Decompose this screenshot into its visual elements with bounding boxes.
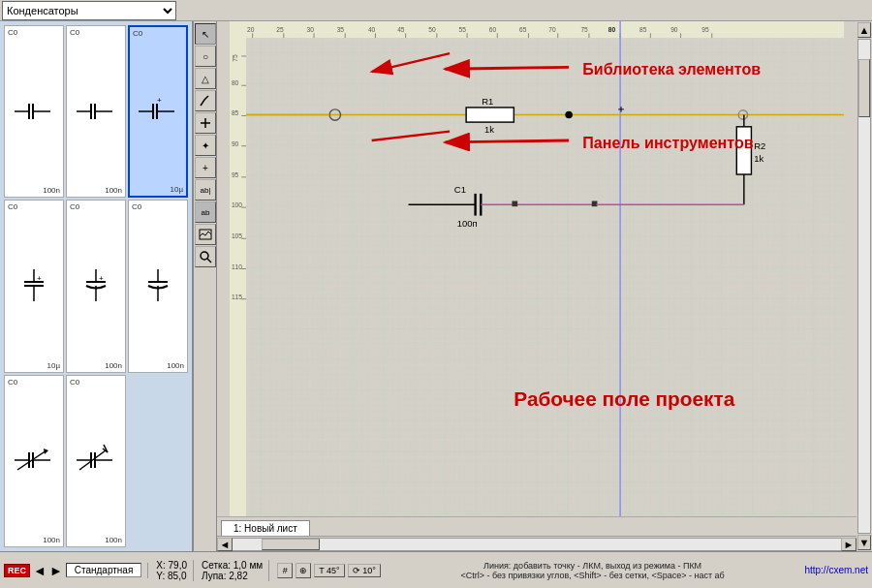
library-panel: C0 100n C0 bbox=[0, 21, 194, 551]
nav-next[interactable]: ► bbox=[49, 563, 63, 578]
loupe-value: Лупа: 2,82 bbox=[202, 571, 263, 581]
component-c0-100n-1[interactable]: C0 100n bbox=[4, 25, 64, 198]
svg-text:100п: 100п bbox=[457, 218, 478, 229]
svg-rect-116 bbox=[512, 201, 517, 206]
tool-branch[interactable] bbox=[195, 112, 216, 134]
status-bar: REC ◄ ► Стандартная X: 79,0 Y: 85,0 Сетк… bbox=[0, 551, 872, 588]
svg-text:60: 60 bbox=[489, 26, 497, 33]
canvas-area[interactable]: 20 25 30 35 40 45 50 55 60 65 70 75 80 8… bbox=[217, 21, 856, 516]
schematic-canvas[interactable]: 20 25 30 35 40 45 50 55 60 65 70 75 80 8… bbox=[217, 21, 856, 516]
tool-zoom[interactable] bbox=[195, 246, 216, 267]
svg-text:70: 70 bbox=[548, 26, 556, 33]
rotate-btn[interactable]: ⟳ 10° bbox=[348, 564, 381, 577]
scroll-down-btn[interactable]: ▼ bbox=[857, 535, 871, 550]
tool-add[interactable]: + bbox=[195, 157, 216, 178]
svg-text:75: 75 bbox=[232, 54, 238, 62]
library-grid: C0 100n C0 bbox=[0, 21, 192, 551]
angle-btn[interactable]: T 45° bbox=[314, 564, 344, 577]
component-c0-100n-2[interactable]: C0 100n bbox=[66, 25, 126, 198]
svg-marker-30 bbox=[44, 449, 48, 454]
svg-text:55: 55 bbox=[459, 26, 467, 33]
svg-text:95: 95 bbox=[701, 26, 709, 33]
svg-text:95: 95 bbox=[232, 171, 239, 178]
tool-wire[interactable] bbox=[195, 90, 216, 111]
url-link[interactable]: http://cxem.net bbox=[804, 565, 868, 575]
component-c0-100n-elec3[interactable]: C0 100n bbox=[128, 200, 188, 372]
tool-triangle[interactable]: △ bbox=[195, 68, 216, 89]
svg-text:45: 45 bbox=[397, 26, 405, 33]
svg-text:Панель инструментов: Панель инструментов bbox=[582, 134, 753, 151]
grid-toggle[interactable]: # bbox=[277, 563, 293, 578]
tab-bar: 1: Новый лист bbox=[217, 516, 856, 536]
canvas-wrapper: 20 25 30 35 40 45 50 55 60 65 70 75 80 8… bbox=[217, 21, 856, 551]
svg-point-39 bbox=[201, 252, 208, 260]
svg-text:Библиотека элементов: Библиотека элементов bbox=[582, 60, 761, 77]
svg-rect-43 bbox=[230, 21, 844, 38]
svg-text:110: 110 bbox=[232, 263, 242, 270]
rec-button[interactable]: REC bbox=[4, 564, 30, 577]
component-c0-100n-var[interactable]: C0 100n bbox=[4, 375, 64, 547]
svg-text:90: 90 bbox=[232, 140, 239, 147]
svg-text:90: 90 bbox=[670, 26, 678, 33]
svg-rect-99 bbox=[466, 108, 514, 122]
schematic-name[interactable]: Стандартная bbox=[66, 563, 142, 577]
component-c0-100n-var2[interactable]: C0 100n bbox=[66, 375, 126, 547]
h-scrollbar[interactable]: ◄ ► bbox=[217, 536, 856, 551]
tool-text1[interactable]: ab| bbox=[195, 179, 216, 201]
y-coord: Y: 85,0 bbox=[156, 571, 187, 581]
tool-image[interactable] bbox=[195, 224, 216, 245]
tool-options: # ⊕ T 45° ⟳ 10° bbox=[277, 563, 381, 578]
svg-text:Рабочее поле проекта: Рабочее поле проекта bbox=[514, 387, 734, 410]
svg-text:40: 40 bbox=[368, 26, 376, 33]
svg-text:85: 85 bbox=[639, 26, 647, 33]
component-c0-10u-polar[interactable]: C0 + 10µ bbox=[128, 25, 188, 198]
svg-text:1k: 1k bbox=[754, 153, 763, 164]
svg-text:20: 20 bbox=[247, 26, 255, 33]
tool-select[interactable]: ↖ bbox=[195, 23, 216, 45]
status-hint: Линия: добавить точку - ЛКМ, выход из ре… bbox=[389, 561, 797, 580]
svg-line-40 bbox=[207, 259, 211, 263]
coordinates: X: 79,0 Y: 85,0 bbox=[156, 560, 194, 581]
svg-text:65: 65 bbox=[519, 26, 527, 33]
top-bar: Конденсаторы Резисторы Катушки индуктивн… bbox=[0, 0, 872, 21]
svg-text:35: 35 bbox=[337, 26, 345, 33]
grid-info: Сетка: 1,0 мм Лупа: 2,82 bbox=[202, 560, 269, 581]
svg-text:100: 100 bbox=[232, 201, 242, 208]
scroll-up-btn[interactable]: ▲ bbox=[857, 22, 871, 38]
x-coord: X: 79,0 bbox=[156, 560, 187, 571]
h-scroll-thumb[interactable] bbox=[262, 539, 320, 550]
svg-rect-117 bbox=[592, 201, 598, 206]
tool-text2[interactable]: ab bbox=[195, 201, 216, 223]
svg-text:105: 105 bbox=[232, 232, 242, 239]
component-c0-10u-elec[interactable]: C0 + 10µ bbox=[4, 200, 64, 372]
v-scroll-thumb[interactable] bbox=[858, 59, 870, 117]
v-scrollbar[interactable]: ▲ ▼ bbox=[856, 21, 872, 551]
svg-text:25: 25 bbox=[276, 26, 284, 33]
svg-text:R2: R2 bbox=[754, 140, 765, 151]
component-c0-100n-elec2[interactable]: C0 + 100n bbox=[66, 200, 126, 372]
status-left: REC ◄ ► Стандартная bbox=[4, 563, 148, 578]
tool-circle[interactable]: ○ bbox=[195, 46, 216, 67]
tool-net[interactable]: ✦ bbox=[195, 135, 216, 156]
svg-text:50: 50 bbox=[428, 26, 436, 33]
svg-text:30: 30 bbox=[306, 26, 314, 33]
svg-text:75: 75 bbox=[580, 26, 588, 33]
snap-toggle[interactable]: ⊕ bbox=[296, 563, 311, 578]
nav-prev[interactable]: ◄ bbox=[33, 563, 47, 578]
app-container: Конденсаторы Резисторы Катушки индуктивн… bbox=[0, 0, 872, 588]
sheet-tab[interactable]: 1: Новый лист bbox=[221, 520, 310, 536]
svg-text:+: + bbox=[37, 274, 42, 283]
v-scroll-track[interactable] bbox=[857, 39, 871, 534]
scroll-left-btn[interactable]: ◄ bbox=[217, 538, 233, 551]
scroll-right-btn[interactable]: ► bbox=[841, 538, 856, 551]
h-scroll-track[interactable] bbox=[233, 538, 841, 551]
svg-rect-42 bbox=[230, 21, 844, 516]
grid-value: Сетка: 1,0 мм bbox=[202, 560, 263, 571]
toolbar: ↖ ○ △ ✦ + ab| ab bbox=[194, 21, 217, 551]
svg-text:85: 85 bbox=[232, 109, 239, 116]
svg-text:115: 115 bbox=[232, 294, 242, 300]
main-area: C0 100n C0 bbox=[0, 21, 872, 551]
component-library-select[interactable]: Конденсаторы Резисторы Катушки индуктивн… bbox=[2, 1, 176, 20]
svg-text:C1: C1 bbox=[454, 184, 466, 195]
svg-point-102 bbox=[565, 111, 573, 119]
